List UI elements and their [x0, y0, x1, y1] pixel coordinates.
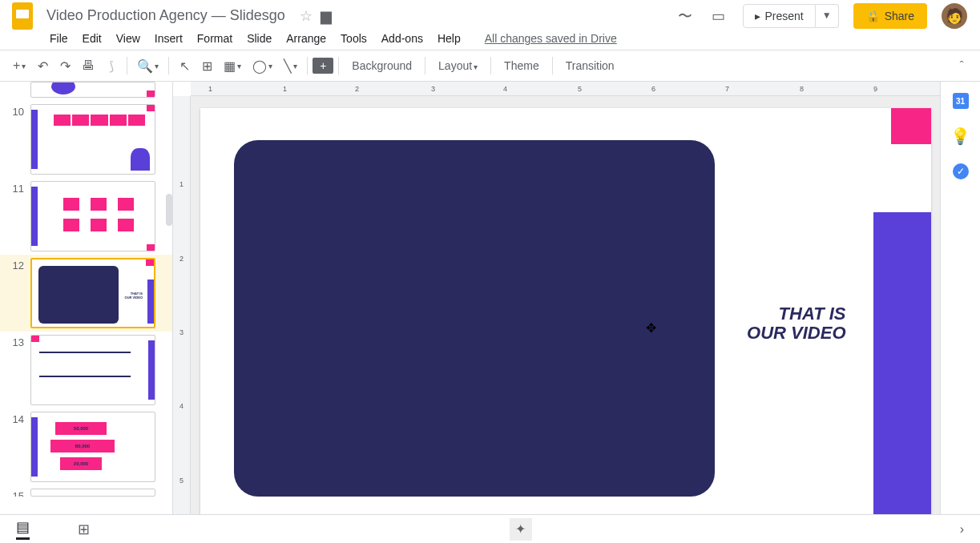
slide-thumb-12[interactable]: THAT ISOUR VIDEO [30, 258, 155, 328]
slide-number: 11 [8, 181, 24, 251]
undo-button[interactable]: ↶ [32, 54, 53, 77]
shape-tool[interactable]: ◯▾ [248, 54, 277, 77]
separator [168, 57, 169, 74]
slide-thumb-14[interactable]: 50,000 80,000 20,000 [30, 412, 155, 482]
hide-menus-button[interactable]: ˆ [951, 54, 972, 77]
menu-arrange[interactable]: Arrange [280, 29, 333, 48]
theme-button[interactable]: Theme [496, 54, 547, 77]
ruler-vertical[interactable]: 1 2 3 4 5 [173, 96, 191, 514]
present-label: Present [765, 10, 804, 22]
doc-title[interactable]: Video Production Agency — Slidesgo [43, 6, 288, 25]
lock-icon: 🔒 [866, 10, 880, 22]
share-label: Share [885, 10, 914, 22]
redo-button[interactable]: ↷ [54, 54, 75, 77]
slide-number [8, 82, 24, 98]
filmstrip-view-button[interactable]: ▤ [16, 518, 30, 540]
ruler-horizontal[interactable]: 1 1 2 3 4 5 6 7 8 9 [191, 82, 940, 96]
separator [425, 57, 425, 74]
separator [127, 57, 127, 74]
present-dropdown[interactable]: ▼ [816, 4, 839, 28]
scrollbar-thumb[interactable] [166, 194, 172, 226]
app-logo[interactable] [6, 0, 38, 32]
comments-icon[interactable]: ▭ [709, 6, 728, 26]
new-slide-button[interactable]: +▾ [8, 54, 30, 77]
background-button[interactable]: Background [344, 54, 420, 77]
print-button[interactable]: 🖶 [77, 54, 99, 77]
layout-button[interactable]: Layout▾ [430, 54, 486, 77]
slide-thumb-9[interactable] [30, 82, 155, 98]
tasks-icon[interactable]: ✓ [953, 163, 969, 179]
keep-icon[interactable]: 💡 [953, 128, 969, 144]
bottom-bar: ▤ ⊞ ✦ › [0, 514, 980, 543]
shape-pink-square[interactable] [891, 108, 931, 144]
menu-slide[interactable]: Slide [240, 29, 278, 48]
transition-button[interactable]: Transition [558, 54, 623, 77]
slide-thumb-11[interactable] [30, 181, 155, 251]
explore-button[interactable]: ✦ [510, 518, 532, 541]
menu-format[interactable]: Format [191, 29, 239, 48]
select-tool[interactable]: ↖ [174, 54, 195, 77]
slide-thumb-15[interactable] [30, 489, 155, 497]
separator [552, 57, 553, 74]
side-panel: 31 💡 ✓ [940, 82, 980, 514]
slide-number: 12 [8, 258, 24, 328]
slide-thumb-13[interactable] [30, 335, 155, 405]
menu-bar: File Edit View Insert Format Slide Arran… [0, 27, 980, 50]
grid-view-button[interactable]: ⊞ [78, 521, 90, 538]
slide-thumb-10[interactable] [30, 104, 155, 175]
menu-view[interactable]: View [110, 29, 147, 48]
menu-file[interactable]: File [43, 29, 75, 48]
canvas-area: 1 1 2 3 4 5 6 7 8 9 1 2 3 4 5 THAT IS [173, 82, 940, 514]
separator [490, 57, 491, 74]
activity-icon[interactable]: 〜 [676, 6, 695, 26]
line-tool[interactable]: ╲▾ [279, 54, 302, 77]
menu-insert[interactable]: Insert [148, 29, 189, 48]
slide-canvas[interactable]: THAT IS OUR VIDEO ✥ [200, 108, 931, 514]
play-icon: ▸ [755, 10, 760, 22]
move-cursor-icon: ✥ [646, 320, 656, 336]
menu-addons[interactable]: Add-ons [375, 29, 430, 48]
separator [338, 57, 339, 74]
image-tool[interactable]: ▦▾ [219, 54, 246, 77]
show-side-panel-button[interactable]: › [960, 522, 964, 537]
textbox-tool[interactable]: ⊞ [196, 54, 217, 77]
paint-format-button[interactable]: ⟆ [101, 54, 122, 77]
account-avatar[interactable]: 🧑 [942, 3, 967, 29]
zoom-button[interactable]: 🔍▾ [132, 54, 163, 77]
shape-purple-bar[interactable] [873, 212, 931, 514]
share-button[interactable]: 🔒 Share [853, 3, 927, 29]
separator [307, 57, 308, 74]
comment-button[interactable]: + [313, 58, 333, 74]
slide-number: 13 [8, 335, 24, 405]
menu-tools[interactable]: Tools [334, 29, 373, 48]
present-button[interactable]: ▸ Present [743, 4, 816, 28]
save-status[interactable]: All changes saved in Drive [485, 32, 617, 45]
slide-number: 10 [8, 104, 24, 175]
menu-help[interactable]: Help [431, 29, 467, 48]
slide-number: 15 [8, 489, 24, 493]
video-placeholder[interactable] [234, 140, 715, 497]
slide-number: 14 [8, 412, 24, 482]
calendar-icon[interactable]: 31 [953, 93, 969, 109]
filmstrip[interactable]: 10 11 12 [0, 82, 173, 514]
menu-edit[interactable]: Edit [76, 29, 108, 48]
folder-icon[interactable]: ▆ [321, 7, 332, 25]
star-icon[interactable]: ☆ [300, 7, 313, 25]
toolbar: +▾ ↶ ↷ 🖶 ⟆ 🔍▾ ↖ ⊞ ▦▾ ◯▾ ╲▾ + Background … [0, 50, 980, 82]
slide-title-text[interactable]: THAT IS OUR VIDEO [747, 304, 845, 343]
